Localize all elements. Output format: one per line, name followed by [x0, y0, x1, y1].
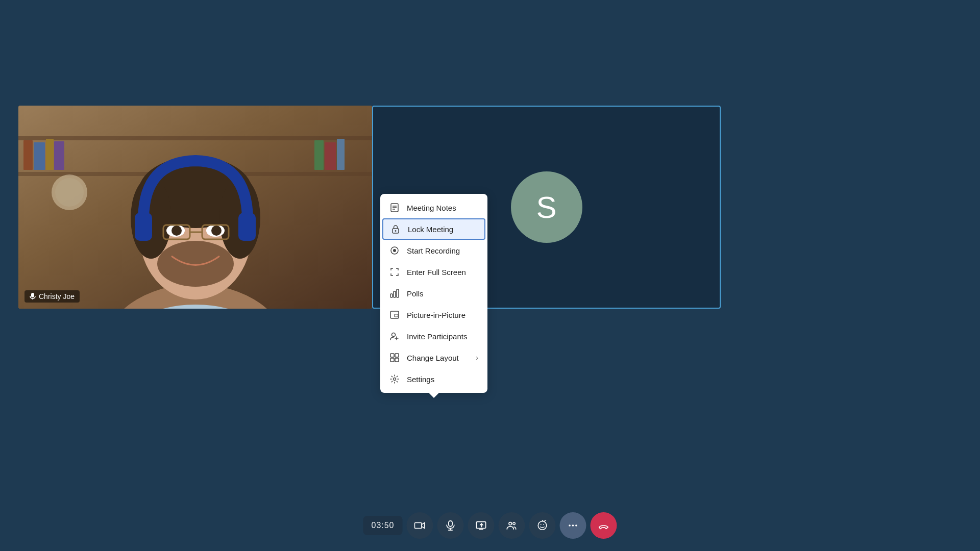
svg-point-64 — [543, 524, 544, 525]
svg-line-66 — [544, 520, 546, 521]
svg-rect-7 — [54, 141, 64, 170]
svg-rect-50 — [390, 358, 394, 362]
participant-name-badge: Christy Joe — [24, 290, 80, 303]
svg-rect-42 — [397, 289, 399, 297]
microphone-button[interactable] — [437, 512, 464, 539]
svg-rect-28 — [135, 213, 152, 241]
menu-item-invite[interactable]: Invite Participants — [380, 325, 487, 347]
svg-rect-49 — [395, 354, 399, 357]
svg-rect-44 — [395, 314, 398, 317]
fullscreen-icon — [389, 267, 400, 277]
svg-point-62 — [538, 521, 547, 530]
svg-point-68 — [572, 524, 574, 527]
settings-icon — [389, 374, 400, 384]
svg-rect-8 — [314, 140, 324, 170]
participants-button[interactable] — [499, 512, 525, 539]
camera-icon — [414, 520, 426, 531]
camera-button[interactable] — [407, 512, 433, 539]
svg-rect-40 — [390, 294, 393, 297]
svg-point-63 — [541, 524, 542, 525]
svg-point-60 — [509, 522, 512, 525]
svg-point-67 — [569, 524, 571, 527]
participant-avatar: S — [511, 171, 582, 243]
participants-icon — [506, 520, 518, 531]
svg-rect-10 — [337, 139, 345, 170]
menu-item-pip[interactable]: Picture-in-Picture — [380, 304, 487, 325]
svg-point-52 — [394, 378, 396, 381]
svg-rect-30 — [31, 293, 34, 297]
menu-label-enter-fullscreen: Enter Full Screen — [407, 268, 466, 277]
svg-point-23 — [172, 226, 182, 236]
menu-item-polls[interactable]: Polls — [380, 283, 487, 304]
reactions-icon — [537, 520, 548, 531]
menu-label-start-recording: Start Recording — [407, 246, 460, 255]
lock-icon — [390, 224, 401, 234]
svg-rect-53 — [414, 523, 422, 529]
svg-rect-57 — [476, 522, 485, 529]
menu-label-invite: Invite Participants — [407, 332, 467, 341]
menu-item-change-layout[interactable]: Change Layout › — [380, 347, 487, 368]
svg-line-65 — [543, 520, 544, 521]
toolbar: 03:50 — [363, 512, 617, 539]
record-icon — [389, 245, 400, 256]
svg-point-45 — [392, 333, 396, 337]
svg-point-12 — [55, 178, 84, 207]
svg-rect-5 — [34, 142, 45, 170]
svg-point-24 — [211, 226, 222, 236]
reactions-button[interactable] — [529, 512, 556, 539]
video-tile-christy: Christy Joe — [18, 106, 372, 309]
menu-item-lock-meeting[interactable]: Lock Meeting — [382, 218, 485, 240]
svg-rect-2 — [18, 136, 372, 140]
svg-rect-51 — [395, 358, 399, 362]
svg-rect-48 — [390, 354, 394, 357]
submenu-arrow-icon: › — [476, 354, 478, 362]
notes-icon — [389, 203, 400, 213]
meeting-timer: 03:50 — [363, 516, 402, 535]
menu-label-settings: Settings — [407, 375, 434, 384]
mic-icon — [30, 293, 36, 300]
svg-point-69 — [575, 524, 577, 527]
menu-label-meeting-notes: Meeting Notes — [407, 204, 456, 212]
svg-point-37 — [395, 230, 397, 232]
menu-item-settings[interactable]: Settings — [380, 368, 487, 390]
context-menu: Meeting Notes Lock Meeting Start Recordi… — [380, 194, 487, 393]
svg-rect-4 — [23, 140, 33, 170]
menu-label-change-layout: Change Layout — [407, 354, 459, 362]
menu-label-pip: Picture-in-Picture — [407, 311, 465, 319]
invite-icon — [389, 331, 400, 341]
more-options-icon — [568, 520, 579, 531]
participant-name: Christy Joe — [39, 292, 75, 300]
svg-rect-9 — [325, 142, 336, 170]
menu-label-lock-meeting: Lock Meeting — [408, 225, 453, 234]
screenshare-icon — [476, 520, 487, 531]
svg-rect-54 — [449, 521, 452, 527]
microphone-icon — [445, 520, 456, 531]
menu-label-polls: Polls — [407, 289, 424, 298]
more-options-button[interactable] — [560, 512, 586, 539]
avatar-initial: S — [536, 190, 556, 225]
polls-icon — [389, 288, 400, 298]
screenshare-button[interactable] — [468, 512, 495, 539]
svg-point-61 — [513, 522, 516, 525]
menu-item-meeting-notes[interactable]: Meeting Notes — [380, 197, 487, 218]
svg-rect-29 — [238, 213, 256, 241]
svg-point-39 — [393, 249, 396, 252]
end-call-icon — [598, 520, 609, 531]
menu-item-start-recording[interactable]: Start Recording — [380, 240, 487, 261]
menu-item-enter-fullscreen[interactable]: Enter Full Screen — [380, 261, 487, 283]
pip-icon — [389, 310, 400, 320]
svg-point-20 — [157, 241, 234, 287]
layout-icon — [389, 353, 400, 363]
svg-rect-6 — [46, 139, 54, 170]
svg-rect-41 — [394, 291, 396, 297]
end-call-button[interactable] — [591, 512, 617, 539]
